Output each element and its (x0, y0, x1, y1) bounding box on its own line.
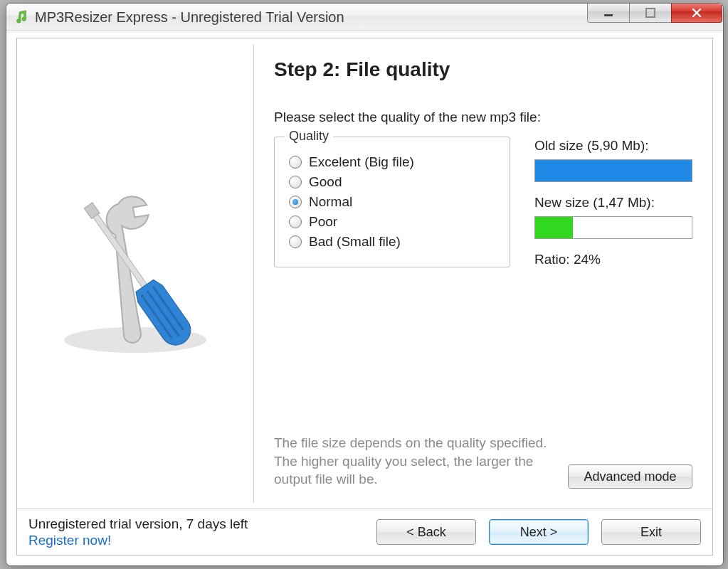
quality-legend: Quality (285, 129, 333, 144)
minimize-button[interactable] (587, 3, 630, 23)
footer-bar: Unregistered trial version, 7 days left … (17, 509, 712, 555)
radio-icon (289, 156, 302, 169)
old-size-bar-fill (535, 160, 692, 181)
quality-option-bad[interactable]: Bad (Small file) (289, 234, 495, 250)
new-size-label: New size (1,47 Mb): (534, 195, 692, 211)
step-title: Step 2: File quality (274, 58, 692, 81)
client-area: Step 2: File quality Please select the q… (16, 38, 713, 555)
radio-icon (289, 196, 302, 208)
old-size-label: Old size (5,90 Mb): (534, 138, 692, 154)
quality-groupbox: Quality Excelent (Big file)GoodNormalPoo… (274, 137, 510, 267)
quality-option-label: Bad (Small file) (309, 234, 401, 250)
exit-button[interactable]: Exit (601, 519, 701, 545)
advanced-mode-button[interactable]: Advanced mode (568, 464, 692, 489)
radio-icon (289, 235, 302, 248)
size-info: Old size (5,90 Mb): New size (1,47 Mb): … (534, 137, 692, 267)
titlebar[interactable]: MP3Resizer Express - Unregistered Trial … (6, 4, 723, 31)
quality-note: The file size depends on the quality spe… (274, 434, 555, 489)
new-size-bar-fill (535, 217, 573, 238)
old-size-bar (534, 159, 692, 182)
quality-option-normal[interactable]: Normal (289, 194, 495, 210)
new-size-bar (534, 216, 692, 239)
window-controls (588, 3, 722, 23)
app-music-note-icon (14, 9, 29, 25)
register-link[interactable]: Register now! (28, 533, 111, 548)
quality-option-poor[interactable]: Poor (289, 214, 495, 230)
illustration-pane (17, 38, 253, 509)
radio-icon (289, 216, 302, 228)
ratio-text: Ratio: 24% (534, 252, 692, 267)
tools-illustration-icon (39, 176, 231, 371)
quality-option-label: Excelent (Big file) (309, 154, 414, 170)
next-button[interactable]: Next > (489, 519, 589, 545)
instruction-text: Please select the quality of the new mp3… (274, 110, 692, 125)
svg-rect-1 (646, 9, 655, 17)
trial-status-text: Unregistered trial version, 7 days left (28, 516, 248, 533)
app-window: MP3Resizer Express - Unregistered Trial … (6, 3, 724, 566)
quality-option-label: Normal (309, 194, 352, 210)
close-button[interactable] (671, 3, 722, 23)
quality-option-label: Good (309, 174, 342, 190)
radio-icon (289, 176, 302, 188)
content-pane: Step 2: File quality Please select the q… (254, 38, 712, 509)
svg-rect-0 (604, 14, 613, 16)
quality-option-label: Poor (309, 214, 337, 230)
quality-option-excelent[interactable]: Excelent (Big file) (289, 154, 495, 170)
back-button[interactable]: < Back (376, 519, 476, 545)
maximize-button[interactable] (629, 3, 672, 23)
quality-option-good[interactable]: Good (289, 174, 495, 190)
